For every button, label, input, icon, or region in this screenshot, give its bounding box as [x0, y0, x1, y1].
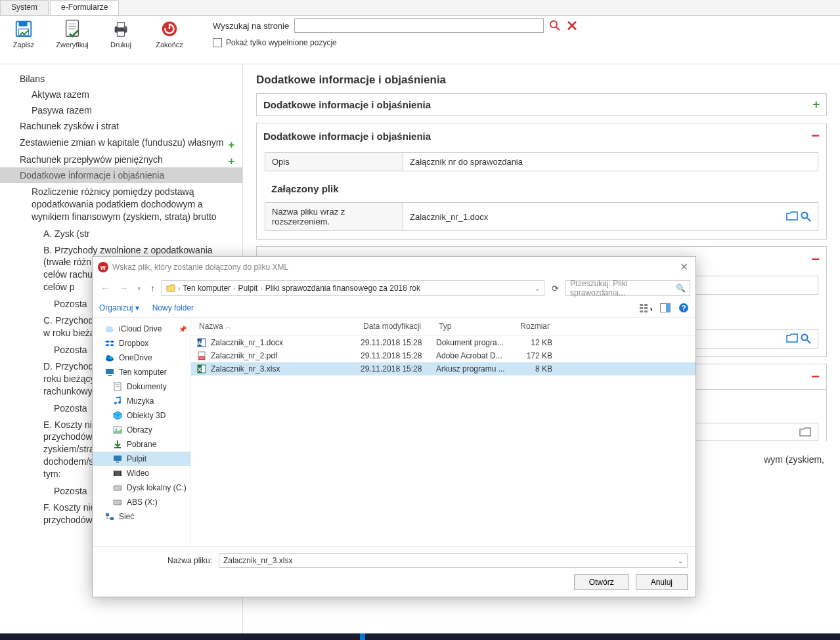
breadcrumb-0[interactable]: Ten komputer: [183, 284, 231, 293]
breadcrumb-2[interactable]: Pliki sprawozdania finansowego za 2018 r…: [265, 284, 420, 293]
close-icon[interactable]: ✕: [677, 261, 690, 274]
search-label: Wyszukaj na stronie: [213, 21, 289, 31]
svg-rect-9: [117, 32, 124, 37]
organize-button[interactable]: Organizuj ▾: [99, 303, 139, 312]
col-size[interactable]: Rozmiar: [512, 320, 552, 333]
plus-icon[interactable]: +: [229, 138, 234, 152]
print-button[interactable]: Drukuj: [102, 18, 139, 49]
svg-point-35: [110, 327, 113, 330]
refresh-icon[interactable]: ⟳: [548, 284, 562, 293]
folder-icon[interactable]: [786, 211, 798, 222]
svg-rect-40: [108, 375, 112, 376]
search-file-icon[interactable]: [801, 333, 811, 344]
show-filled-label: Pokaż tylko wypełnione pozycje: [226, 38, 337, 47]
desktop-icon: [112, 454, 123, 464]
chevron-down-icon[interactable]: ⌄: [535, 285, 540, 292]
svg-point-18: [802, 213, 808, 219]
power-icon: [159, 18, 180, 39]
view-options-icon[interactable]: ▾: [639, 303, 652, 313]
dialog-nav-tree[interactable]: iCloud Drive📌DropboxOneDriveTen komputer…: [93, 318, 191, 546]
new-folder-button[interactable]: Nowy folder: [152, 303, 194, 312]
dialog-tree-item[interactable]: Wideo: [93, 466, 190, 480]
svg-rect-8: [117, 23, 124, 28]
help-icon[interactable]: ?: [678, 303, 689, 313]
folder-small-icon: [166, 284, 175, 292]
plus-icon[interactable]: +: [229, 156, 234, 167]
dialog-search-input[interactable]: Przeszukaj: Pliki sprawozdania... 🔍: [565, 280, 690, 296]
tree-zestawienie[interactable]: Zestawienie zmian w kapitale (funduszu) …: [0, 134, 242, 152]
filename-input[interactable]: Zalacznik_nr_3.xlsx ⌄: [219, 553, 688, 568]
chevron-down-icon[interactable]: ⌄: [678, 557, 683, 565]
verify-button[interactable]: Zweryfikuj: [54, 18, 91, 49]
dialog-tree-item[interactable]: Dysk lokalny (C:): [93, 480, 190, 495]
file-row[interactable]: PDFZalacznik_nr_2.pdf29.11.2018 15:28Ado…: [191, 349, 696, 362]
exit-label: Zakończ: [156, 41, 183, 49]
open-button[interactable]: Otwórz: [574, 574, 629, 590]
svg-line-21: [807, 340, 810, 343]
verify-icon: [62, 18, 83, 39]
opis-value-1[interactable]: Załącznik nr do sprawozdania: [403, 153, 818, 171]
tree-pasywa[interactable]: Pasywa razem: [0, 102, 242, 118]
remove-section-icon[interactable]: −: [811, 127, 820, 144]
tree-rachunek-zs[interactable]: Rachunek zysków i strat: [0, 118, 242, 134]
nav-back-icon[interactable]: ←: [98, 283, 112, 293]
dialog-tree-item[interactable]: Obrazy: [93, 423, 190, 437]
dialog-tree-item[interactable]: OneDrive: [93, 351, 190, 365]
preview-pane-icon[interactable]: [660, 303, 671, 312]
search-file-icon[interactable]: [801, 211, 811, 222]
dialog-tree-item[interactable]: iCloud Drive📌: [93, 322, 190, 336]
dialog-tree-item[interactable]: Pulpit: [93, 452, 190, 466]
svg-point-55: [120, 488, 121, 490]
dialog-title: Wskaż plik, który zostanie dołączony do …: [112, 263, 288, 272]
nav-up-icon[interactable]: ↑: [148, 283, 158, 293]
col-name[interactable]: Nazwa ︿: [196, 320, 361, 333]
dialog-tree-item[interactable]: Dokumenty: [93, 379, 190, 394]
dialog-tree-item[interactable]: Obiekty 3D: [93, 408, 190, 423]
word-icon: W: [196, 337, 207, 348]
video-icon: [112, 468, 123, 479]
tab-system[interactable]: System: [0, 0, 49, 15]
dialog-tree-item[interactable]: Ten komputer: [93, 365, 190, 379]
tree-a-zysk[interactable]: A. Zysk (str: [0, 226, 242, 242]
nav-forward-icon[interactable]: →: [116, 283, 131, 293]
file-row[interactable]: XZalacznik_nr_3.xlsx29.11.2018 15:28Arku…: [191, 362, 696, 375]
tree-rachunek-pp[interactable]: Rachunek przepływów pieniężnych+: [0, 152, 242, 167]
tree-dodatkowe[interactable]: Dodatkowe informacje i objaśnienia: [0, 167, 242, 183]
col-date[interactable]: Data modyfikacji: [361, 320, 436, 333]
tab-eformularze[interactable]: e-Formularze: [50, 0, 119, 15]
nav-recent-icon[interactable]: ▾: [135, 284, 144, 293]
svg-rect-26: [644, 307, 648, 309]
dialog-tree-item[interactable]: Dropbox: [93, 336, 190, 351]
dialog-tree-item[interactable]: Pobrane: [93, 437, 190, 452]
cancel-search-icon[interactable]: [566, 20, 578, 32]
dialog-tree-item[interactable]: Muzyka: [93, 394, 190, 408]
save-button[interactable]: Zapisz: [5, 18, 42, 49]
exit-button[interactable]: Zakończ: [151, 18, 188, 49]
svg-rect-22: [640, 304, 643, 306]
dialog-tree-item[interactable]: Sieć: [93, 509, 190, 524]
cancel-button[interactable]: Anuluj: [636, 574, 688, 590]
folder-icon[interactable]: [799, 427, 811, 437]
tree-aktywa[interactable]: Aktywa razem: [0, 87, 242, 102]
col-type[interactable]: Typ: [436, 320, 512, 333]
dialog-tree-item[interactable]: ABS (X:): [93, 495, 190, 509]
address-bar[interactable]: › Ten komputer › Pulpit › Pliki sprawozd…: [162, 280, 544, 296]
search-icon[interactable]: [549, 20, 561, 32]
doc-icon: [112, 381, 123, 392]
tree-rozliczenie[interactable]: Rozliczenie różnicy pomiędzy podstawą op…: [0, 183, 242, 226]
nazwa-pliku-value-1[interactable]: Zalacznik_nr_1.docx: [410, 212, 488, 222]
show-filled-checkbox[interactable]: [213, 38, 222, 47]
file-row[interactable]: WZalacznik_nr_1.docx29.11.2018 15:28Doku…: [191, 336, 696, 349]
file-columns-header[interactable]: Nazwa ︿ Data modyfikacji Typ Rozmiar: [191, 318, 696, 336]
ribbon: Zapisz Zweryfikuj Drukuj Zakończ Wyszuka…: [0, 16, 840, 64]
breadcrumb-1[interactable]: Pulpit: [238, 284, 257, 293]
remove-section-icon[interactable]: −: [811, 251, 820, 268]
music-icon: [112, 396, 123, 406]
add-section-icon[interactable]: +: [812, 98, 820, 112]
folder-icon[interactable]: [786, 333, 798, 344]
search-input[interactable]: [294, 18, 544, 33]
svg-rect-56: [114, 500, 122, 505]
svg-rect-27: [644, 310, 648, 312]
remove-section-icon[interactable]: −: [811, 368, 820, 385]
tree-bilans[interactable]: Bilans: [0, 71, 242, 87]
